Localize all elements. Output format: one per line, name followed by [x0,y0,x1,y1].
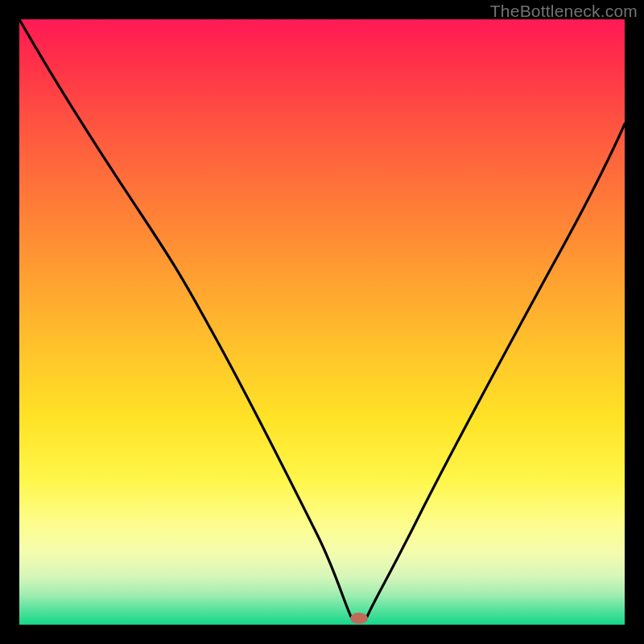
bottleneck-curve [19,19,625,617]
chart-frame: TheBottleneck.com [0,0,644,644]
watermark-text: TheBottleneck.com [490,2,638,21]
curve-layer [19,19,625,625]
plot-area [19,19,625,625]
optimal-marker [350,613,368,624]
